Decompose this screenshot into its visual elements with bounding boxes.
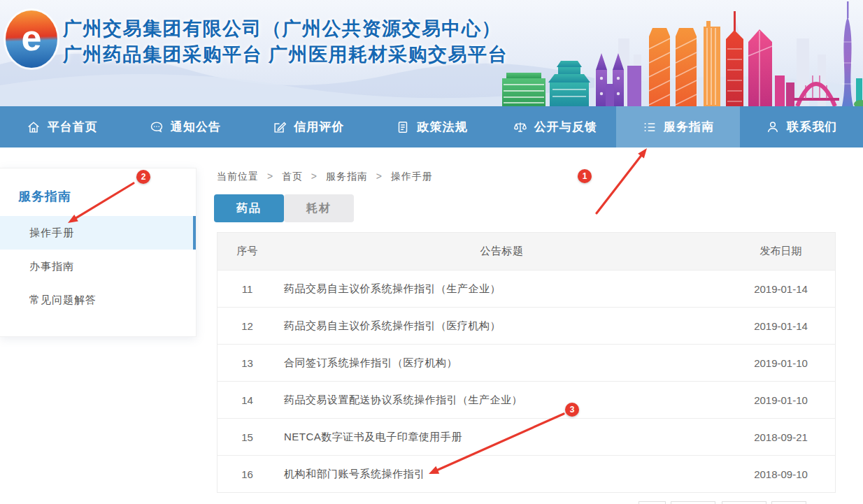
table-header-row: 序号 公告标题 发布日期 [217, 233, 835, 270]
row-no: 12 [217, 320, 277, 332]
user-icon [765, 120, 780, 135]
announcement-table: 序号 公告标题 发布日期 11 药品交易自主议价系统操作指引（生产企业） 201… [217, 232, 836, 493]
table-header-no: 序号 [217, 245, 277, 258]
row-date: 2018-09-10 [727, 468, 835, 480]
row-date: 2018-09-21 [727, 431, 835, 443]
nav-item-service-guide[interactable]: 服务指南 [616, 106, 739, 147]
row-title-link[interactable]: NETCA数字证书及电子印章使用手册 [277, 431, 727, 444]
sidebar-title: 服务指南 [18, 188, 196, 205]
pagination-button-last[interactable] [771, 501, 806, 504]
table-header-title: 公告标题 [277, 245, 727, 258]
breadcrumb-separator: > [311, 171, 318, 182]
row-date: 2019-01-14 [727, 320, 835, 332]
table-row[interactable]: 14 药品交易设置配送协议系统操作指引（生产企业） 2019-01-10 [217, 381, 835, 418]
nav-item-contact[interactable]: 联系我们 [740, 106, 863, 147]
step-badge-3: 3 [565, 403, 579, 417]
pagination-button-first[interactable] [639, 501, 666, 504]
nav-item-label: 通知公告 [171, 119, 221, 135]
table-row[interactable]: 12 药品交易自主议价系统操作指引（医疗机构） 2019-01-14 [217, 307, 835, 344]
document-icon [395, 120, 411, 135]
row-no: 16 [217, 468, 277, 480]
site-title-line2: 广州药品集团采购平台 广州医用耗材采购交易平台 [63, 42, 508, 68]
row-title-link[interactable]: 药品交易设置配送协议系统操作指引（生产企业） [277, 394, 727, 407]
table-row[interactable]: 11 药品交易自主议价系统操作指引（生产企业） 2019-01-14 [217, 270, 835, 307]
row-no: 15 [217, 431, 277, 443]
breadcrumb-separator: > [267, 171, 273, 182]
row-no: 11 [217, 283, 277, 295]
breadcrumb-service-guide[interactable]: 服务指南 [326, 171, 368, 182]
sidebar-item-service-guide[interactable]: 办事指南 [0, 250, 196, 283]
step-badge-1: 1 [578, 169, 592, 183]
row-date: 2019-01-10 [727, 357, 835, 369]
nav-item-label: 政策法规 [417, 119, 467, 135]
nav-item-label: 公开与反馈 [534, 119, 597, 135]
home-icon [26, 120, 41, 135]
city-skyline-illustration [499, 0, 863, 106]
breadcrumb-home[interactable]: 首页 [282, 171, 303, 182]
nav-item-credit[interactable]: 信用评价 [247, 106, 370, 147]
row-title-link[interactable]: 机构和部门账号系统操作指引 [277, 468, 727, 481]
tab-consumables[interactable]: 耗材 [284, 194, 354, 222]
tab-drugs[interactable]: 药品 [214, 194, 284, 222]
breadcrumb-location-label: 当前位置 [217, 171, 259, 182]
nav-item-home[interactable]: 平台首页 [0, 106, 123, 147]
page: e 广州交易集团有限公司（广州公共资源交易中心） 广州药品集团采购平台 广州医用… [0, 0, 863, 504]
comment-icon [149, 120, 164, 135]
row-title-link[interactable]: 合同签订系统操作指引（医疗机构） [277, 357, 727, 370]
row-date: 2019-01-10 [727, 394, 835, 406]
nav-item-label: 联系我们 [787, 119, 837, 135]
nav-item-label: 信用评价 [294, 119, 344, 135]
nav-item-label: 服务指南 [664, 119, 714, 135]
nav-item-label: 平台首页 [48, 119, 98, 135]
pagination-button-next[interactable] [722, 501, 766, 504]
row-title-link[interactable]: 药品交易自主议价系统操作指引（医疗机构） [277, 319, 727, 333]
sidebar-item-faq[interactable]: 常见问题解答 [0, 283, 196, 317]
breadcrumb: 当前位置 > 首页 > 服务指南 > 操作手册 [217, 171, 433, 183]
nav-item-policies[interactable]: 政策法规 [370, 106, 493, 147]
table-row[interactable]: 15 NETCA数字证书及电子印章使用手册 2018-09-21 [217, 418, 835, 455]
breadcrumb-operation-manual[interactable]: 操作手册 [391, 171, 433, 182]
scales-icon [513, 120, 528, 135]
breadcrumb-separator: > [376, 171, 383, 182]
sidebar: 服务指南 操作手册 办事指南 常见问题解答 [0, 168, 197, 337]
table-row[interactable]: 13 合同签订系统操作指引（医疗机构） 2019-01-10 [217, 344, 835, 381]
main-nav: 平台首页 通知公告 信用评价 政策法规 公开与反馈 [0, 106, 863, 147]
nav-item-feedback[interactable]: 公开与反馈 [493, 106, 616, 147]
row-no: 13 [217, 357, 277, 369]
site-title-line1: 广州交易集团有限公司（广州公共资源交易中心） [63, 16, 508, 42]
logo-letter: e [22, 20, 42, 56]
nav-item-notices[interactable]: 通知公告 [123, 106, 246, 147]
sidebar-item-operation-manual[interactable]: 操作手册 [0, 216, 196, 250]
table-header-date: 发布日期 [727, 245, 835, 258]
category-tabs: 药品 耗材 [214, 194, 354, 222]
row-title-link[interactable]: 药品交易自主议价系统操作指引（生产企业） [277, 282, 727, 296]
site-titles: 广州交易集团有限公司（广州公共资源交易中心） 广州药品集团采购平台 广州医用耗材… [63, 16, 508, 68]
table-row[interactable]: 16 机构和部门账号系统操作指引 2018-09-10 [217, 455, 835, 492]
row-no: 14 [217, 394, 277, 406]
pagination-button-prev[interactable] [671, 501, 715, 504]
step-badge-2: 2 [136, 170, 150, 184]
site-header: e 广州交易集团有限公司（广州公共资源交易中心） 广州药品集团采购平台 广州医用… [0, 0, 863, 106]
row-date: 2019-01-14 [727, 283, 835, 295]
site-logo[interactable]: e [6, 10, 57, 68]
edit-icon [272, 120, 287, 135]
list-icon [642, 120, 657, 135]
